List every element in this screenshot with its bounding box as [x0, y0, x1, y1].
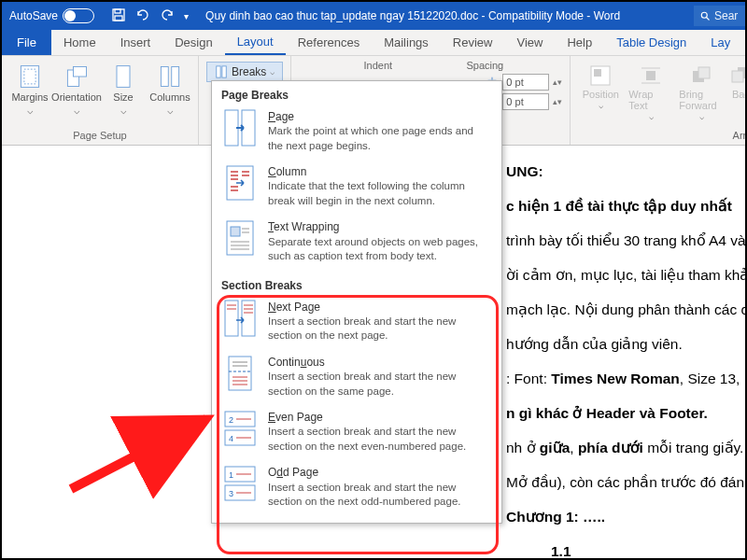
breaks-button[interactable]: Breaks ⌵	[206, 62, 283, 82]
doc-line: Mở đầu), còn các phần trước đó đánh s	[506, 468, 745, 497]
break-odd-page-item[interactable]: 13 Odd Page Insert a section break and s…	[212, 461, 501, 516]
section-breaks-header: Section Breaks	[212, 272, 501, 296]
svg-rect-10	[172, 67, 179, 87]
break-next-page-item[interactable]: Next Page Insert a section break and sta…	[212, 296, 501, 351]
send-backward-icon	[728, 63, 747, 88]
svg-rect-14	[594, 69, 601, 77]
next-page-break-icon	[223, 300, 257, 337]
breaks-dropdown: Page Breaks Page Mark the point at which…	[211, 80, 502, 524]
tab-table-layout[interactable]: Lay	[698, 30, 742, 55]
svg-rect-15	[646, 71, 655, 80]
doc-line: n gì khác ở Header và Footer.	[506, 399, 745, 427]
svg-rect-19	[732, 71, 743, 82]
doc-line: : Font: Times New Roman, Size 13,	[506, 364, 745, 393]
tab-mailings[interactable]: Mailings	[372, 30, 441, 55]
svg-rect-2	[115, 16, 122, 21]
svg-rect-20	[225, 110, 238, 146]
spacing-after-input[interactable]: 0 pt	[502, 93, 549, 110]
doc-line: UNG:	[506, 157, 745, 186]
svg-rect-26	[242, 301, 255, 336]
chevron-down-icon: ⌵	[120, 105, 127, 116]
tab-file[interactable]: File	[2, 30, 51, 55]
document-content: UNG: c hiện 1 đề tài thực tập duy nhất t…	[506, 157, 745, 558]
break-odd-page-text: Odd Page Insert a section break and star…	[268, 465, 490, 509]
svg-rect-21	[242, 110, 255, 146]
svg-point-3	[701, 12, 707, 18]
search-placeholder: Sear	[714, 9, 738, 22]
bring-forward-icon	[689, 63, 713, 88]
send-backward-button[interactable]: Bac	[729, 60, 747, 121]
spinner-icon[interactable]: ▴▾	[553, 77, 562, 87]
svg-rect-17	[698, 67, 710, 78]
svg-text:3: 3	[229, 489, 233, 498]
even-page-break-icon: 24	[223, 410, 257, 447]
spacing-label: Spacing	[466, 60, 503, 71]
break-page-text: Page Mark the point at which one page en…	[268, 109, 490, 153]
svg-rect-7	[74, 67, 87, 77]
svg-rect-1	[115, 9, 120, 13]
doc-line: mạch lạc. Nội dung phân thành các ch	[506, 295, 745, 324]
page-break-icon	[223, 109, 257, 147]
tab-references[interactable]: References	[286, 30, 372, 55]
tab-home[interactable]: Home	[51, 30, 108, 55]
break-column-item[interactable]: Column Indicate that the text following …	[212, 161, 501, 216]
doc-line: hướng dẫn của giảng viên.	[506, 329, 745, 358]
tab-layout[interactable]: Layout	[225, 30, 286, 55]
indent-label: Indent	[363, 60, 466, 71]
tab-view[interactable]: View	[504, 30, 555, 55]
break-continuous-text: Continuous Insert a section break and st…	[268, 355, 490, 399]
tab-design[interactable]: Design	[162, 30, 224, 55]
svg-rect-9	[161, 67, 168, 87]
break-text-wrapping-item[interactable]: Text Wrapping Separate text around objec…	[212, 216, 501, 271]
bring-forward-button[interactable]: Bring Forward⌵	[679, 60, 724, 121]
doc-line: ời cảm ơn, mục lục, tài liệu tham khả	[506, 260, 745, 289]
autosave-toggle[interactable]: AutoSave	[2, 8, 102, 23]
chevron-down-icon: ⌵	[270, 67, 275, 77]
break-continuous-item[interactable]: Continuous Insert a section break and st…	[212, 351, 501, 406]
group-arrange: Position⌵ Wrap Text⌵ Bring Forward⌵ Bac …	[571, 56, 747, 145]
break-next-page-text: Next Page Insert a section break and sta…	[268, 300, 490, 343]
column-break-icon	[223, 164, 257, 202]
position-icon	[588, 63, 613, 88]
break-even-page-text: Even Page Insert a section break and sta…	[268, 410, 490, 454]
group-label-arrange: Arra	[578, 127, 747, 145]
save-icon[interactable]	[111, 7, 126, 25]
chevron-down-icon: ⌵	[167, 105, 174, 116]
spinner-icon[interactable]: ▴▾	[553, 97, 562, 106]
doc-line: Chương 1: …..	[506, 502, 745, 531]
tab-help[interactable]: Help	[555, 30, 604, 55]
undo-icon[interactable]	[135, 7, 150, 25]
svg-rect-23	[227, 221, 253, 255]
tab-table-design[interactable]: Table Design	[604, 30, 698, 55]
tab-insert[interactable]: Insert	[108, 30, 163, 55]
columns-button[interactable]: Columns⌵	[149, 60, 190, 116]
chevron-down-icon: ⌵	[27, 105, 34, 116]
svg-rect-25	[225, 301, 238, 336]
text-wrap-break-icon	[223, 219, 257, 257]
svg-rect-11	[217, 66, 220, 77]
spacing-before-input[interactable]: 0 pt	[502, 74, 549, 91]
size-button[interactable]: Size⌵	[103, 60, 144, 116]
position-button[interactable]: Position⌵	[578, 60, 623, 121]
svg-text:2: 2	[229, 415, 233, 425]
wrap-text-button[interactable]: Wrap Text⌵	[628, 60, 673, 121]
redo-icon[interactable]	[160, 7, 175, 25]
svg-rect-27	[229, 357, 251, 390]
doc-line: nh ở giữa, phía dưới mỗi trang giấy.	[506, 433, 745, 462]
size-icon	[110, 63, 136, 90]
break-column-text: Column Indicate that the text following …	[268, 164, 490, 208]
chevron-down-icon: ⌵	[74, 105, 80, 116]
search-box[interactable]: Sear	[694, 6, 745, 26]
svg-rect-4	[21, 66, 38, 88]
margins-button[interactable]: Margins⌵	[9, 60, 50, 116]
group-label-page-setup: Page Setup	[73, 127, 127, 145]
break-page-item[interactable]: Page Mark the point at which one page en…	[212, 105, 501, 161]
qat-dropdown-icon[interactable]: ▾	[184, 11, 189, 21]
orientation-button[interactable]: Orientation⌵	[56, 60, 97, 116]
break-text-wrapping-text: Text Wrapping Separate text around objec…	[268, 219, 490, 263]
break-even-page-item[interactable]: 24 Even Page Insert a section break and …	[212, 406, 501, 461]
toggle-off-icon	[63, 8, 94, 23]
quick-access-toolbar: ▾	[102, 7, 198, 25]
tab-review[interactable]: Review	[441, 30, 505, 55]
breaks-icon	[215, 65, 228, 78]
